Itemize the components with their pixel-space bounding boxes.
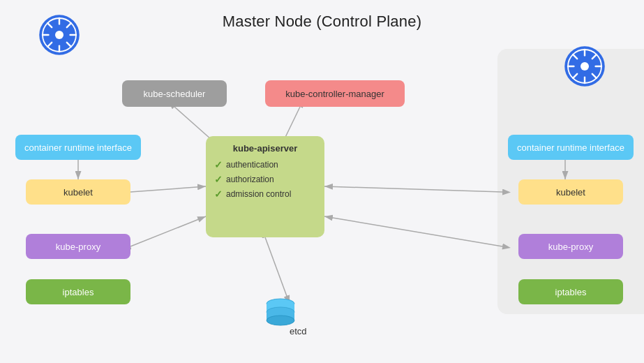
proxy-right-node: kube-proxy — [518, 234, 623, 259]
k8s-icon-left — [38, 14, 80, 56]
kubelet-right-node: kubelet — [518, 179, 623, 205]
svg-line-28 — [324, 186, 502, 192]
svg-point-21 — [581, 62, 589, 71]
page-title: Master Node (Control Plane) — [0, 0, 644, 31]
check-icon-admission: ✓ — [214, 188, 223, 200]
apiserver-title: kube-apiserver — [214, 143, 316, 154]
svg-line-30 — [265, 237, 290, 304]
svg-line-27 — [130, 216, 206, 246]
etcd-label: etcd — [290, 326, 307, 336]
k8s-icon-right — [564, 45, 606, 87]
svg-point-10 — [55, 31, 63, 39]
apiserver-item-authz: ✓ authorization — [214, 174, 274, 185]
iptables-right-node: iptables — [518, 279, 623, 304]
apiserver-item-admission: ✓ admission control — [214, 188, 291, 200]
svg-line-29 — [324, 216, 502, 246]
proxy-left-node: kube-proxy — [26, 234, 130, 259]
svg-point-37 — [267, 316, 294, 325]
kubelet-left-node: kubelet — [26, 179, 130, 205]
kube-controller-manager-node: kube-controller-manager — [265, 80, 405, 107]
apiserver-item-auth: ✓ authentication — [214, 159, 278, 170]
svg-line-26 — [130, 186, 206, 192]
cri-left-node: container runtime interface — [15, 135, 141, 160]
check-icon-auth: ✓ — [214, 159, 223, 170]
kube-apiserver-node: kube-apiserver ✓ authentication ✓ author… — [206, 136, 324, 237]
iptables-left-node: iptables — [26, 279, 130, 304]
kube-scheduler-node: kube-scheduler — [122, 80, 227, 107]
cri-right-node: container runtime interface — [508, 135, 634, 160]
check-icon-authz: ✓ — [214, 174, 223, 185]
